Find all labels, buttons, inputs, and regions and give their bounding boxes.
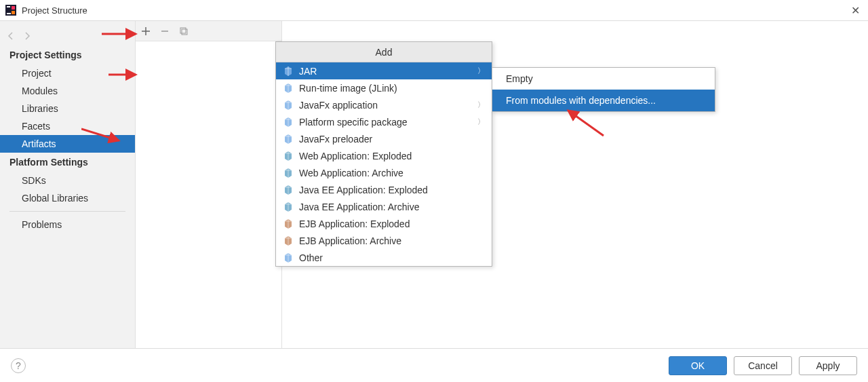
- menu-item-platform-specific-package[interactable]: Platform specific package〉: [276, 113, 492, 130]
- menu-item-javafx-preloader[interactable]: JavaFx preloader: [276, 130, 492, 147]
- artifact-type-icon: [283, 168, 294, 178]
- section-platform-settings: Platform Settings: [0, 153, 135, 172]
- section-project-settings: Project Settings: [0, 45, 135, 64]
- apply-button[interactable]: Apply: [799, 356, 857, 375]
- menu-item-label: Web Application: Exploded: [299, 151, 485, 161]
- chevron-right-icon: 〉: [477, 100, 485, 110]
- menu-item-label: JAR: [299, 66, 477, 77]
- remove-icon[interactable]: [160, 26, 170, 36]
- sidebar-item-modules[interactable]: Modules: [0, 82, 135, 100]
- back-icon[interactable]: [5, 31, 16, 41]
- svg-rect-6: [182, 29, 187, 35]
- sidebar: Project Settings Project Modules Librari…: [0, 21, 136, 348]
- menu-item-jar[interactable]: JAR〉: [276, 62, 492, 79]
- artifact-type-icon: [283, 252, 294, 263]
- divider: [9, 211, 125, 212]
- nav-arrows: [0, 26, 135, 45]
- sidebar-item-libraries[interactable]: Libraries: [0, 100, 135, 117]
- menu-item-java-ee-application-archive[interactable]: Java EE Application: Archive: [276, 198, 492, 215]
- menu-item-web-application-exploded[interactable]: Web Application: Exploded: [276, 147, 492, 164]
- sidebar-item-problems[interactable]: Problems: [0, 216, 135, 233]
- sidebar-item-global-libraries[interactable]: Global Libraries: [0, 189, 135, 207]
- submenu-item-from-modules-with-dependencies[interactable]: From modules with dependencies...: [492, 90, 715, 111]
- svg-rect-1: [7, 6, 10, 7]
- forward-icon[interactable]: [22, 31, 33, 41]
- menu-item-label: Platform specific package: [299, 117, 477, 128]
- menu-item-ejb-application-exploded[interactable]: EJB Application: Exploded: [276, 215, 492, 232]
- artifacts-toolbar: [136, 21, 282, 41]
- artifact-type-icon: [283, 83, 294, 94]
- artifact-type-icon: [283, 117, 294, 128]
- add-menu: Add JAR〉Run-time image (JLink)JavaFx app…: [275, 41, 492, 267]
- svg-rect-3: [12, 6, 15, 9]
- titlebar: Project Structure ✕: [0, 0, 868, 20]
- artifact-type-icon: [283, 66, 294, 77]
- sidebar-item-project[interactable]: Project: [0, 64, 135, 82]
- menu-item-label: Java EE Application: Archive: [299, 202, 485, 212]
- svg-rect-4: [12, 11, 15, 14]
- artifact-type-icon: [283, 151, 294, 161]
- close-icon[interactable]: ✕: [848, 4, 863, 17]
- cancel-button[interactable]: Cancel: [734, 356, 792, 375]
- menu-title: Add: [276, 42, 492, 62]
- menu-item-web-application-archive[interactable]: Web Application: Archive: [276, 164, 492, 181]
- menu-item-label: Run-time image (JLink): [299, 83, 485, 94]
- menu-item-label: Web Application: Archive: [299, 168, 485, 178]
- menu-item-run-time-image-jlink-[interactable]: Run-time image (JLink): [276, 79, 492, 96]
- sidebar-item-facets[interactable]: Facets: [0, 117, 135, 135]
- add-icon[interactable]: [141, 26, 151, 36]
- sidebar-item-sdks[interactable]: SDKs: [0, 172, 135, 189]
- menu-item-label: Other: [299, 252, 485, 263]
- intellij-icon: [5, 5, 16, 16]
- artifact-type-icon: [283, 100, 294, 111]
- menu-item-label: EJB Application: Archive: [299, 235, 485, 246]
- footer: ? OK Cancel Apply: [0, 348, 868, 382]
- submenu-item-empty[interactable]: Empty: [492, 68, 715, 90]
- artifact-type-icon: [283, 235, 294, 246]
- menu-item-other[interactable]: Other: [276, 249, 492, 266]
- copy-icon[interactable]: [179, 26, 189, 36]
- menu-item-java-ee-application-exploded[interactable]: Java EE Application: Exploded: [276, 181, 492, 198]
- sidebar-item-artifacts[interactable]: Artifacts: [0, 135, 135, 153]
- window-title: Project Structure: [22, 5, 87, 16]
- menu-item-label: JavaFx application: [299, 100, 477, 111]
- artifact-type-icon: [283, 202, 294, 212]
- menu-item-javafx-application[interactable]: JavaFx application〉: [276, 96, 492, 113]
- menu-item-label: JavaFx preloader: [299, 134, 485, 145]
- ok-button[interactable]: OK: [669, 356, 727, 375]
- menu-item-label: EJB Application: Exploded: [299, 218, 485, 229]
- svg-rect-5: [180, 28, 186, 33]
- menu-item-label: Java EE Application: Exploded: [299, 185, 485, 195]
- chevron-right-icon: 〉: [477, 117, 485, 127]
- jar-submenu: EmptyFrom modules with dependencies...: [492, 67, 715, 112]
- content-area: Add JAR〉Run-time image (JLink)JavaFx app…: [136, 21, 868, 348]
- menu-item-ejb-application-archive[interactable]: EJB Application: Archive: [276, 232, 492, 249]
- svg-rect-2: [7, 13, 11, 14]
- chevron-right-icon: 〉: [477, 66, 485, 76]
- artifact-type-icon: [283, 185, 294, 195]
- artifact-type-icon: [283, 218, 294, 229]
- artifacts-list: [136, 41, 282, 349]
- artifact-type-icon: [283, 134, 294, 145]
- help-icon[interactable]: ?: [11, 358, 26, 373]
